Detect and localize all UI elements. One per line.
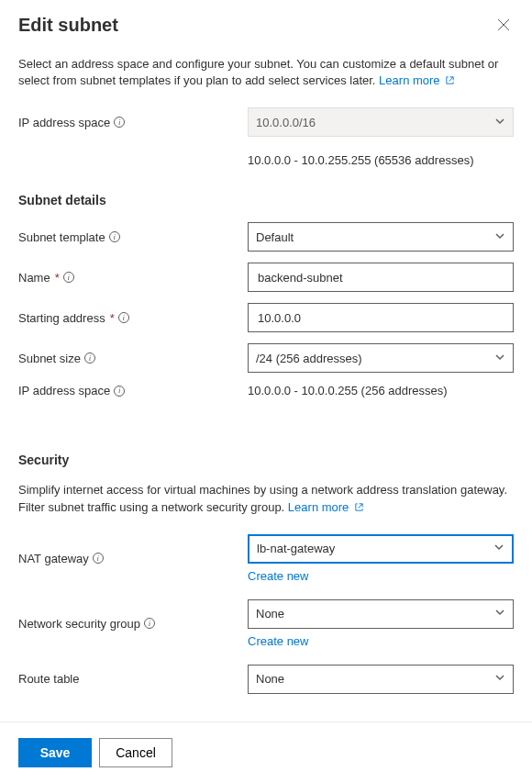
ip-space-value: 10.0.0.0/16 — [256, 116, 316, 129]
chevron-down-icon — [494, 230, 505, 244]
subnet-template-value: Default — [256, 230, 294, 244]
pane-description: Select an address space and configure yo… — [18, 56, 514, 89]
chevron-down-icon — [494, 607, 505, 621]
info-icon[interactable]: i — [114, 386, 125, 397]
subnet-size-select[interactable]: /24 (256 addresses) — [248, 343, 514, 373]
name-label: Name — [18, 271, 50, 285]
chevron-down-icon — [494, 672, 505, 686]
ip-space-label: IP address space — [18, 116, 110, 129]
starting-address-label: Starting address — [18, 311, 105, 325]
close-icon — [497, 18, 510, 31]
footer: Save Cancel — [0, 721, 532, 783]
security-description: Simplify internet access for virtual mac… — [18, 482, 514, 515]
security-heading: Security — [18, 453, 514, 467]
subnet-template-select[interactable]: Default — [248, 222, 514, 252]
nat-create-new-link[interactable]: Create new — [248, 569, 514, 583]
close-button[interactable] — [493, 15, 514, 38]
pane-title: Edit subnet — [18, 15, 118, 36]
info-icon[interactable]: i — [84, 352, 95, 364]
chevron-down-icon — [494, 352, 505, 365]
name-input[interactable] — [256, 263, 505, 291]
subnet-template-label: Subnet template — [18, 230, 105, 244]
learn-more-link[interactable]: Learn more — [379, 73, 455, 87]
external-link-icon — [352, 500, 364, 514]
route-table-select[interactable]: None — [248, 665, 514, 694]
name-input-wrapper — [248, 263, 514, 292]
route-table-value: None — [256, 672, 284, 686]
nat-gateway-value: lb-nat-gateway — [257, 542, 335, 555]
ip-space-range: 10.0.0.0 - 10.0.0.255 (256 addresses) — [248, 384, 448, 397]
chevron-down-icon — [494, 116, 505, 129]
nsg-value: None — [256, 607, 284, 621]
route-table-label: Route table — [18, 672, 80, 686]
info-icon[interactable]: i — [144, 618, 155, 629]
cancel-button[interactable]: Cancel — [99, 738, 172, 767]
save-button[interactable]: Save — [18, 738, 92, 767]
ip-space-help: 10.0.0.0 - 10.0.255.255 (65536 addresses… — [248, 153, 514, 167]
external-link-icon — [443, 73, 455, 87]
nsg-create-new-link[interactable]: Create new — [248, 634, 514, 648]
starting-address-input[interactable] — [256, 304, 505, 331]
ip-address-space-select[interactable]: 10.0.0.0/16 — [248, 107, 514, 137]
subnet-size-value: /24 (256 addresses) — [256, 352, 362, 365]
nsg-label: Network security group — [18, 617, 140, 631]
info-icon[interactable]: i — [109, 231, 120, 242]
ip-space-label-2: IP address space — [18, 384, 110, 397]
nsg-select[interactable]: None — [248, 599, 514, 629]
info-icon[interactable]: i — [114, 117, 125, 128]
nat-gateway-select[interactable]: lb-nat-gateway — [248, 534, 514, 564]
info-icon[interactable]: i — [118, 312, 129, 323]
nat-gateway-label: NAT gateway — [18, 552, 89, 565]
required-indicator: * — [55, 271, 60, 285]
security-desc-text: Simplify internet access for virtual mac… — [18, 483, 507, 513]
required-indicator: * — [110, 311, 115, 325]
starting-address-wrapper — [248, 303, 514, 332]
subnet-size-label: Subnet size — [18, 352, 81, 365]
learn-more-security-link[interactable]: Learn more — [288, 500, 364, 514]
edit-subnet-pane: Edit subnet Select an address space and … — [0, 0, 532, 721]
info-icon[interactable]: i — [93, 553, 104, 564]
info-icon[interactable]: i — [63, 272, 74, 283]
chevron-down-icon — [493, 542, 504, 555]
subnet-details-heading: Subnet details — [18, 193, 514, 207]
